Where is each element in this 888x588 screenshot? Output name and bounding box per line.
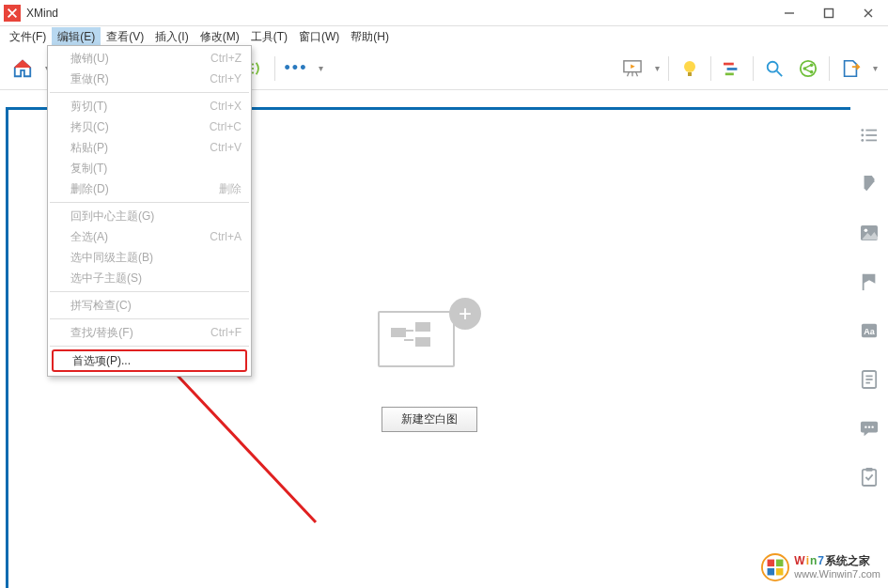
svg-rect-47 (776, 560, 784, 567)
menu-tools[interactable]: 工具(T) (245, 27, 293, 47)
menu-item-shortcut: Ctrl+Y (210, 72, 241, 85)
menu-window[interactable]: 窗口(W) (293, 27, 345, 47)
menu-view[interactable]: 查看(V) (101, 27, 149, 47)
menu-separator (50, 202, 249, 203)
image-icon[interactable] (858, 222, 880, 244)
outline-icon[interactable] (858, 124, 880, 147)
svg-rect-1 (825, 8, 833, 17)
menu-item: 删除(D)删除 (48, 178, 251, 199)
theme-icon[interactable]: Aa (858, 319, 880, 342)
close-button[interactable] (849, 0, 888, 26)
menu-item-shortcut: Ctrl+X (210, 100, 241, 113)
menu-help[interactable]: 帮助(H) (345, 27, 395, 47)
menu-item: 重做(R)Ctrl+Y (48, 69, 251, 89)
menu-item: 复制(T) (48, 158, 251, 178)
menu-item-label: 撤销(U) (70, 51, 109, 67)
chevron-down-icon[interactable]: ▾ (315, 63, 326, 73)
svg-point-26 (861, 134, 864, 137)
chevron-down-icon[interactable]: ▾ (869, 63, 880, 73)
svg-rect-49 (776, 568, 784, 576)
menu-item-label: 回到中心主题(G) (70, 209, 154, 224)
svg-rect-46 (768, 560, 775, 567)
minimize-button[interactable] (770, 0, 809, 26)
menu-item-label: 粘贴(P) (70, 140, 108, 156)
menu-item-label: 选中子主题(S) (70, 271, 142, 286)
menu-item: 粘贴(P)Ctrl+V (48, 137, 251, 158)
menu-item-shortcut: Ctrl+Z (210, 52, 241, 65)
menu-item-shortcut: Ctrl+A (210, 230, 241, 243)
watermark-title: Win7系统之家 (794, 555, 880, 567)
home-icon[interactable] (8, 54, 38, 84)
menu-item: 查找/替换(F)Ctrl+F (48, 322, 251, 343)
menu-item-label: 查找/替换(F) (70, 325, 133, 341)
menu-item: 选中子主题(S) (48, 268, 251, 288)
maximize-button[interactable] (809, 0, 849, 26)
menu-separator (50, 291, 249, 292)
svg-point-45 (762, 554, 788, 580)
menu-item-label: 选中同级主题(B) (70, 250, 153, 266)
svg-point-40 (868, 426, 870, 427)
marker-icon[interactable] (858, 271, 880, 293)
watermark-url: www.Winwin7.com (794, 568, 880, 580)
svg-point-18 (768, 61, 778, 71)
menu-item-label: 全选(A) (70, 229, 108, 245)
svg-point-24 (861, 129, 864, 132)
svg-rect-16 (727, 68, 738, 70)
menu-item-shortcut: Ctrl+V (210, 141, 241, 154)
menu-item: 拼写检查(C) (48, 295, 251, 316)
svg-rect-17 (725, 72, 734, 75)
notes-icon[interactable] (858, 368, 880, 391)
menu-modify[interactable]: 修改(M) (195, 27, 245, 47)
menu-separator (50, 318, 249, 319)
menu-item: 全选(A)Ctrl+A (48, 226, 251, 247)
menu-item: 撤销(U)Ctrl+Z (48, 48, 251, 69)
svg-rect-32 (863, 274, 865, 290)
menu-insert[interactable]: 插入(I) (149, 27, 194, 47)
svg-line-19 (777, 70, 782, 75)
svg-point-31 (865, 229, 868, 233)
menu-item-label: 首选项(P)... (72, 353, 131, 369)
svg-rect-15 (724, 62, 734, 65)
app-logo (4, 5, 21, 22)
task-icon[interactable] (858, 466, 880, 488)
menu-item-label: 复制(T) (70, 161, 107, 177)
svg-point-28 (861, 139, 864, 142)
menu-item: 剪切(T)Ctrl+X (48, 96, 251, 116)
menu-file[interactable]: 文件(F) (4, 27, 52, 47)
menu-item-shortcut: Ctrl+F (210, 326, 241, 339)
svg-rect-48 (768, 568, 775, 576)
titlebar: XMind (0, 0, 888, 26)
menu-item-shortcut: Ctrl+C (210, 120, 241, 133)
presentation-icon[interactable] (617, 54, 647, 84)
menu-item[interactable]: 首选项(P)... (52, 349, 247, 372)
svg-text:Aa: Aa (864, 327, 875, 336)
idea-icon[interactable] (675, 54, 705, 84)
menu-item: 回到中心主题(G) (48, 206, 251, 226)
separator (274, 56, 275, 81)
more-icon[interactable]: ••• (281, 54, 311, 84)
menu-item-label: 拼写检查(C) (70, 298, 132, 314)
svg-rect-14 (688, 72, 692, 76)
new-blank-button[interactable]: 新建空白图 (382, 407, 477, 432)
svg-point-39 (865, 426, 866, 427)
gantt-icon[interactable] (717, 54, 747, 84)
format-icon[interactable] (858, 173, 880, 195)
export-icon[interactable] (835, 54, 865, 84)
window-controls (770, 0, 888, 26)
search-icon[interactable] (759, 54, 789, 84)
menu-item-label: 拷贝(C) (70, 119, 109, 135)
watermark: Win7系统之家 www.Winwin7.com (760, 552, 880, 582)
chevron-down-icon[interactable]: ▾ (651, 63, 662, 73)
share-icon[interactable] (793, 54, 823, 84)
separator (753, 56, 754, 81)
svg-point-13 (684, 61, 695, 72)
mindmap-placeholder-icon: + (378, 298, 481, 373)
svg-point-41 (871, 426, 873, 427)
menu-item-label: 删除(D) (70, 181, 109, 197)
new-blank-placeholder: + 新建空白图 (378, 298, 481, 432)
edit-menu-dropdown: 撤销(U)Ctrl+Z重做(R)Ctrl+Y剪切(T)Ctrl+X拷贝(C)Ct… (47, 45, 252, 377)
menu-item-label: 重做(R) (70, 71, 109, 87)
menu-edit[interactable]: 编辑(E) (52, 27, 101, 47)
menu-item: 选中同级主题(B) (48, 247, 251, 268)
comments-icon[interactable] (858, 417, 880, 440)
